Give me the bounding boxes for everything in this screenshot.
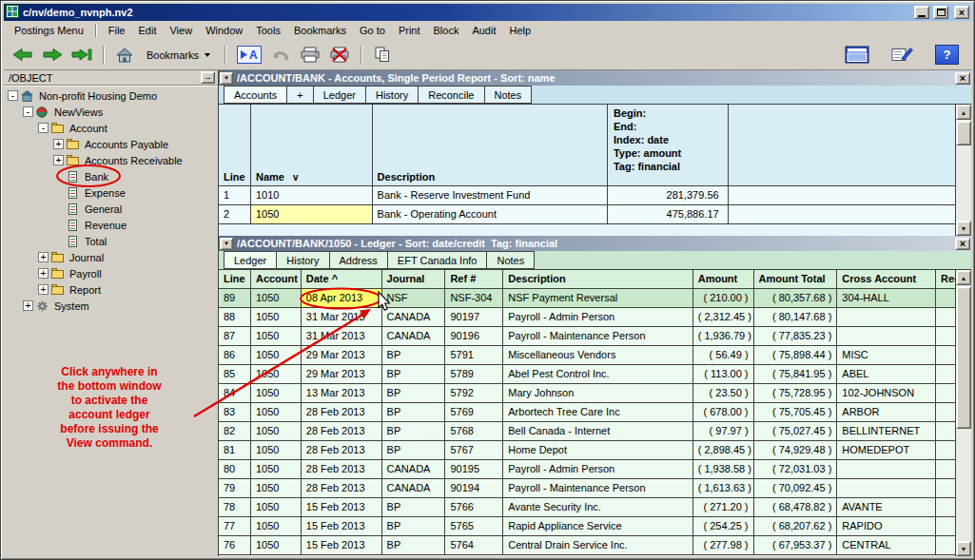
cell-date[interactable]: 15 Feb 2013 xyxy=(302,536,382,555)
cell-account[interactable]: 1050 xyxy=(251,441,302,460)
scroll-thumb[interactable] xyxy=(956,121,971,145)
cell-cross-account[interactable]: MISC xyxy=(837,346,936,365)
cell-description[interactable]: Payroll - Maintenance Person xyxy=(503,327,692,346)
cell-description[interactable]: Central Drain Service Inc. xyxy=(503,536,692,555)
column-header-reco[interactable]: Reco xyxy=(936,270,955,289)
account-row-1010[interactable]: 11010Bank - Reserve Investment Fund281,3… xyxy=(219,186,955,205)
undo-button[interactable] xyxy=(267,43,294,68)
tree-item-newviews[interactable]: -NewViews xyxy=(4,104,218,120)
ledger-row-85[interactable]: 85105029 Mar 2013BP5789Abel Pest Control… xyxy=(219,365,955,384)
ledger-row-86[interactable]: 86105029 Mar 2013BP5791Miscellaneous Ven… xyxy=(219,346,955,365)
cell-reco[interactable] xyxy=(936,422,955,441)
ledger-row-80[interactable]: 80105028 Feb 2013CANADA90195Payroll - Ad… xyxy=(219,460,955,479)
cell-cross-account[interactable]: ABEL xyxy=(837,365,936,384)
cell-date[interactable]: 31 Mar 2013 xyxy=(302,308,382,327)
accounts-tab-add[interactable]: + xyxy=(286,86,313,104)
cell-ref-number[interactable]: 5764 xyxy=(445,536,503,555)
column-header-account[interactable]: Account xyxy=(251,270,302,289)
cell-description[interactable]: Arbortech Tree Care Inc xyxy=(503,403,692,422)
cell-account[interactable]: 1050 xyxy=(251,365,302,384)
accounts-window-close-button[interactable]: × xyxy=(955,72,970,85)
cell-account[interactable]: 1050 xyxy=(251,479,302,498)
ledger-row-88[interactable]: 88105031 Mar 2013CANADA90197Payroll - Ad… xyxy=(219,308,955,327)
accounts-tab-ledger[interactable]: Ledger xyxy=(313,86,366,104)
cell-reco[interactable] xyxy=(936,308,955,327)
cell-amount[interactable]: ( 97.97 ) xyxy=(693,422,754,441)
cell-description[interactable]: Miscellaneous Vendors xyxy=(503,346,692,365)
cell-ref-number[interactable]: 90195 xyxy=(445,460,503,479)
cell-ref-number[interactable]: 90197 xyxy=(445,308,503,327)
print-button[interactable] xyxy=(297,43,323,68)
cell-date[interactable]: 28 Feb 2013 xyxy=(302,460,382,479)
cell-amount-total[interactable]: ( 80,357.68 ) xyxy=(754,289,838,308)
cell-journal[interactable]: NSF xyxy=(382,289,446,308)
back-button[interactable] xyxy=(10,43,36,68)
cell-description[interactable]: Mary Johnson xyxy=(503,384,692,403)
cell-date[interactable]: 08 Apr 2013 xyxy=(302,289,382,308)
menu-item-file[interactable]: File xyxy=(102,22,132,39)
cell-reco[interactable] xyxy=(936,289,955,308)
cell-amount[interactable]: ( 277.98 ) xyxy=(693,536,754,555)
cell-date[interactable]: 15 Feb 2013 xyxy=(302,517,382,536)
tree-item-general[interactable]: +General xyxy=(4,201,218,217)
column-header-line[interactable]: Line xyxy=(219,105,251,185)
tree-item-expense[interactable]: +Expense xyxy=(4,184,218,201)
cell-amount[interactable]: ( 2,312.45 ) xyxy=(693,308,754,327)
cell-line[interactable]: 77 xyxy=(219,517,251,536)
object-panel-arrow-button[interactable]: → xyxy=(201,71,215,84)
column-header-ref[interactable]: Ref # xyxy=(445,270,503,289)
cell-line[interactable]: 84 xyxy=(219,384,251,403)
cell-date[interactable]: 28 Feb 2013 xyxy=(302,441,382,460)
cell-reco[interactable] xyxy=(936,403,955,422)
cell-journal[interactable]: CANADA xyxy=(382,308,446,327)
cell-name[interactable]: 1050 xyxy=(251,205,373,224)
tree-item-non-profit-housing-demo[interactable]: -Non-profit Housing Demo xyxy=(4,87,218,104)
cell-journal[interactable]: BP xyxy=(382,365,446,384)
cell-description[interactable]: Payroll - Maintenance Person xyxy=(503,479,692,498)
home-button[interactable] xyxy=(112,43,137,68)
cell-reco[interactable] xyxy=(936,441,955,460)
column-header-cross-account[interactable]: Cross Account xyxy=(837,270,936,289)
ledger-tab-notes[interactable]: Notes xyxy=(486,251,535,269)
bookmarks-dropdown[interactable]: Bookmarks xyxy=(140,43,217,68)
tree-item-journal[interactable]: +Journal xyxy=(4,249,218,265)
cell-date[interactable]: 13 Mar 2013 xyxy=(302,384,382,403)
accounts-tab-notes[interactable]: Notes xyxy=(484,86,533,104)
menu-item-go-to[interactable]: Go to xyxy=(353,22,392,39)
cell-amount-total[interactable]: ( 68,478.82 ) xyxy=(754,498,838,517)
cell-journal[interactable]: CANADA xyxy=(382,479,446,498)
tree-item-bank[interactable]: +Bank xyxy=(4,168,218,184)
cell-amount-total[interactable]: ( 72,031.03 ) xyxy=(754,460,838,479)
cell-account[interactable]: 1050 xyxy=(251,289,302,308)
tree-item-total[interactable]: +Total xyxy=(4,233,218,249)
cell-account[interactable]: 1050 xyxy=(251,403,302,422)
tree-item-account[interactable]: -Account xyxy=(4,120,218,136)
cell-amount-total[interactable]: ( 80,147.68 ) xyxy=(754,308,838,327)
column-header-amount-total[interactable]: Amount Total xyxy=(754,270,838,289)
column-header-amount[interactable]: Amount xyxy=(693,270,754,289)
cell-amount-total[interactable]: ( 75,705.45 ) xyxy=(754,403,838,422)
menu-item-tools[interactable]: Tools xyxy=(249,22,287,39)
cell-line[interactable]: 86 xyxy=(219,346,251,365)
cell-ref-number[interactable]: 5769 xyxy=(445,403,503,422)
ledger-tab-ledger[interactable]: Ledger xyxy=(224,251,277,269)
column-header-line[interactable]: Line xyxy=(219,270,251,289)
cell-ref-number[interactable]: 5768 xyxy=(445,422,503,441)
ledger-tab-history[interactable]: History xyxy=(276,251,329,269)
cell-amount[interactable]: ( 1,613.63 ) xyxy=(693,479,754,498)
cell-date[interactable]: 28 Feb 2013 xyxy=(302,403,382,422)
cell-description[interactable]: Payroll - Admin Person xyxy=(503,308,692,327)
cell-amount-total[interactable]: ( 75,728.95 ) xyxy=(754,384,838,403)
cell-journal[interactable]: BP xyxy=(382,441,446,460)
cell-amount[interactable]: ( 678.00 ) xyxy=(693,403,754,422)
menu-item-window[interactable]: Window xyxy=(199,22,249,39)
cell-name[interactable]: 1010 xyxy=(251,186,373,205)
cell-amount-total[interactable]: ( 74,929.48 ) xyxy=(754,441,838,460)
cell-line[interactable]: 76 xyxy=(219,536,251,555)
cell-journal[interactable]: BP xyxy=(382,403,446,422)
menu-item-help[interactable]: Help xyxy=(502,22,537,39)
cell-amount[interactable]: ( 1,936.79 ) xyxy=(693,327,754,346)
cell-line[interactable]: 81 xyxy=(219,441,251,460)
ledger-row-77[interactable]: 77105015 Feb 2013BP5765Rapid Appliance S… xyxy=(219,517,955,536)
cell-journal[interactable]: BP xyxy=(382,422,446,441)
